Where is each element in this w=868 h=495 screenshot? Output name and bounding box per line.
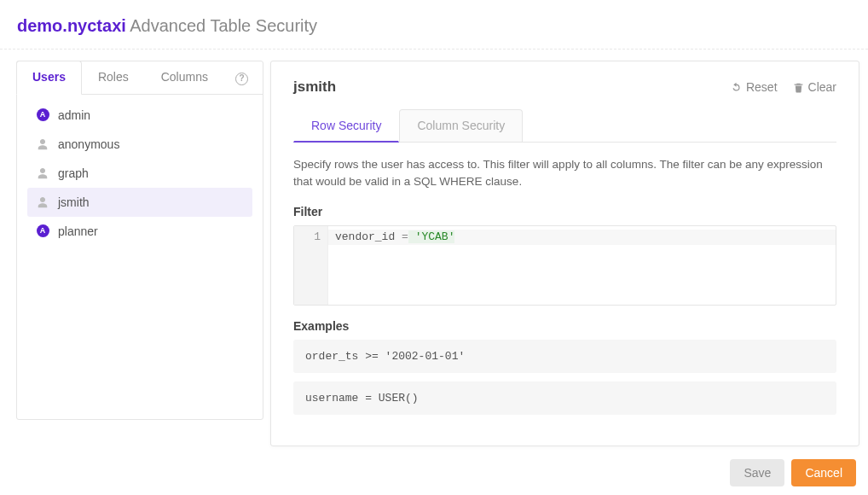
page-title: demo.nyctaxi Advanced Table Security [17, 16, 851, 36]
code-line: vendor_id = 'YCAB' [335, 230, 454, 243]
user-label: graph [58, 166, 89, 180]
page-header: demo.nyctaxi Advanced Table Security [0, 0, 868, 50]
admin-badge-icon: A [36, 224, 49, 238]
person-icon [36, 195, 49, 209]
detail-panel: jsmith Reset Clear Row Security Column S… [270, 61, 859, 446]
reset-button[interactable]: Reset [731, 80, 778, 94]
user-item-jsmith[interactable]: jsmith [27, 188, 252, 217]
line-gutter: 1 [294, 226, 328, 305]
user-item-anonymous[interactable]: anonymous [27, 130, 252, 159]
user-item-graph[interactable]: graph [27, 159, 252, 188]
clear-button[interactable]: Clear [793, 80, 836, 94]
user-item-admin[interactable]: A admin [27, 101, 252, 130]
undo-icon [731, 82, 742, 93]
tab-columns[interactable]: Columns [145, 61, 224, 94]
left-panel: Users Roles Columns ? A admin anonymous [16, 61, 263, 420]
save-button[interactable]: Save [730, 459, 784, 486]
code-body[interactable]: vendor_id = 'YCAB' [328, 226, 836, 305]
example-1: order_ts >= '2002-01-01' [293, 340, 836, 373]
tab-column-security[interactable]: Column Security [399, 109, 523, 142]
user-list: A admin anonymous graph jsmith [17, 96, 263, 251]
left-tab-bar: Users Roles Columns ? [16, 61, 263, 95]
cancel-button[interactable]: Cancel [791, 459, 856, 486]
tab-roles[interactable]: Roles [82, 61, 145, 94]
tab-row-security[interactable]: Row Security [293, 109, 399, 143]
footer-actions: Save Cancel [730, 459, 856, 486]
sub-tab-bar: Row Security Column Security [293, 109, 836, 143]
title-rest: Advanced Table Security [126, 16, 317, 35]
tab-help[interactable]: ? [224, 61, 259, 94]
examples-label: Examples [293, 319, 836, 333]
help-icon: ? [235, 73, 248, 85]
user-label: planner [58, 224, 98, 238]
admin-badge-icon: A [36, 108, 49, 122]
instructions-text: Specify rows the user has access to. Thi… [293, 156, 836, 191]
person-icon [36, 137, 49, 151]
reset-label: Reset [746, 80, 778, 94]
example-2: username = USER() [293, 381, 836, 415]
user-label: admin [58, 108, 90, 122]
filter-editor[interactable]: 1 vendor_id = 'YCAB' [293, 225, 836, 306]
user-label: anonymous [58, 137, 119, 151]
filter-label: Filter [293, 205, 836, 218]
panel-title: jsmith [293, 79, 336, 96]
line-number: 1 [298, 230, 321, 245]
clear-label: Clear [808, 80, 836, 94]
trash-icon [793, 82, 804, 93]
tab-users[interactable]: Users [16, 61, 82, 95]
title-schema: demo.nyctaxi [17, 16, 126, 35]
person-icon [36, 166, 49, 180]
user-label: jsmith [58, 195, 90, 209]
user-item-planner[interactable]: A planner [27, 217, 252, 246]
